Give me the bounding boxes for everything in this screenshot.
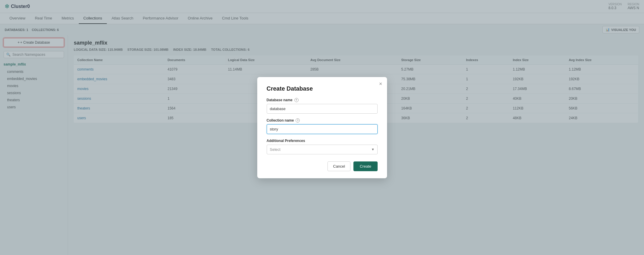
collection-name-group: Collection name ? xyxy=(267,118,378,134)
select-wrap: Select ▼ xyxy=(267,145,378,154)
db-name-label: Database name ? xyxy=(267,98,378,102)
db-name-input[interactable] xyxy=(267,104,378,114)
modal-overlay: Create Database × Database name ? Collec… xyxy=(0,0,644,255)
create-button[interactable]: Create xyxy=(353,161,377,171)
collection-name-help-icon[interactable]: ? xyxy=(296,118,300,122)
collection-name-label: Collection name ? xyxy=(267,118,378,122)
cancel-button[interactable]: Cancel xyxy=(327,161,350,171)
additional-prefs-select[interactable]: Select xyxy=(267,145,378,154)
additional-prefs-label: Additional Preferences xyxy=(267,139,378,143)
modal-close-button[interactable]: × xyxy=(379,81,382,86)
collection-name-input[interactable] xyxy=(267,124,378,134)
create-database-modal: Create Database × Database name ? Collec… xyxy=(257,77,387,178)
db-name-group: Database name ? xyxy=(267,98,378,114)
modal-title: Create Database xyxy=(267,85,378,92)
additional-prefs-group: Additional Preferences Select ▼ xyxy=(267,139,378,154)
modal-footer: Cancel Create xyxy=(267,161,378,171)
db-name-help-icon[interactable]: ? xyxy=(294,98,299,102)
